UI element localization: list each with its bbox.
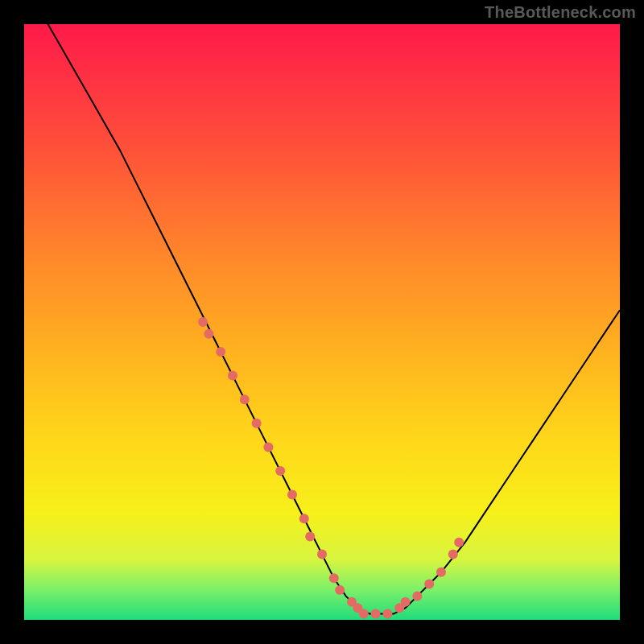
plot-area [24,24,620,620]
highlight-dot [305,531,315,541]
highlight-dot [198,317,208,327]
highlight-dot [401,597,411,607]
highlight-dot [317,550,327,559]
watermark-text: TheBottleneck.com [485,3,636,22]
highlight-dot [299,514,309,523]
chart-frame: TheBottleneck.com [0,0,644,644]
highlight-dot [216,347,225,357]
highlight-dot [359,609,369,619]
highlight-dot [448,550,458,559]
highlight-dot [263,442,273,452]
highlight-dot [240,394,250,404]
highlight-dot [335,585,345,595]
highlight-dot [287,490,297,500]
highlight-dot [329,573,339,583]
chart-svg [24,24,620,620]
highlight-dot [252,419,262,428]
highlight-dot [204,329,213,339]
highlight-dot [382,609,392,619]
highlight-dot [228,371,237,381]
highlight-dot [436,568,446,577]
gradient-background [24,24,620,620]
highlight-dot [454,538,464,547]
highlight-dot [424,580,434,589]
highlight-dot [371,609,381,619]
highlight-dot [275,466,285,476]
highlight-dot [412,591,422,601]
